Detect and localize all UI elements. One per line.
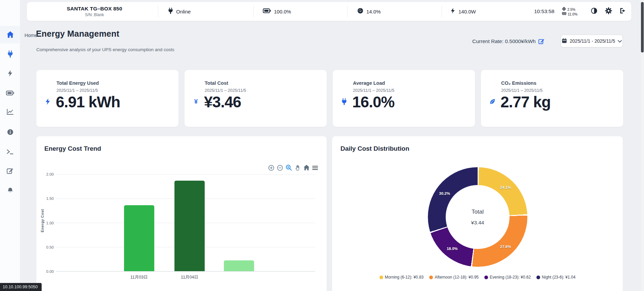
clock: 10:53:58: [534, 8, 554, 14]
x-tick-label: 11月04日: [169, 275, 210, 280]
date-range-picker[interactable]: 2025/11/1 - 2025/11/5: [561, 35, 623, 47]
reset-zoom-home-icon[interactable]: [304, 165, 310, 171]
daily-cost-distribution-card: Daily Cost Distribution 24.1%27.6%18.0%3…: [332, 136, 623, 291]
legend-item[interactable]: Evening (18-23): ¥0.62: [484, 275, 531, 280]
donut-chart: 24.1%27.6%18.0%30.2% Total ¥3.44: [428, 167, 527, 267]
legend-dot: [379, 276, 383, 279]
zoom-out-icon[interactable]: [277, 165, 283, 171]
terminal-icon: [7, 149, 13, 155]
stat-title: Average Load: [353, 80, 385, 86]
stat-value: ¥3.46: [204, 93, 241, 111]
legend-item[interactable]: Night (23-6): ¥1.04: [536, 275, 575, 280]
stat-title: Total Cost: [205, 80, 228, 86]
bell-icon: [7, 187, 13, 194]
bar-1[interactable]: [124, 205, 154, 271]
load-status: 14.0%: [357, 8, 381, 15]
sidebar-item-logs[interactable]: [0, 162, 20, 180]
cpu-usage: 2.5%: [562, 7, 575, 12]
zoom-in-icon[interactable]: [268, 165, 274, 171]
sidebar-item-battery[interactable]: [0, 84, 20, 102]
edit-rate-button[interactable]: [538, 38, 545, 44]
legend-item[interactable]: Morning (6-12): ¥0.83: [379, 275, 424, 280]
scrollbar-track[interactable]: [641, 0, 644, 291]
stat-card-co2-emissions: CO₂ Emissions 2025/11/1 – 2025/11/5 2.77…: [481, 70, 623, 127]
chart-menu-icon[interactable]: [312, 166, 318, 170]
y-tick-label: 0.00: [36, 269, 54, 274]
plug-status-icon: [168, 8, 173, 15]
legend-label: Afternoon (12-18): ¥0.95: [435, 275, 479, 280]
divider: [158, 5, 158, 17]
settings-button[interactable]: [605, 7, 612, 16]
sidebar-item-power[interactable]: [0, 65, 20, 82]
info-icon: [7, 129, 13, 135]
theme-toggle-button[interactable]: [591, 8, 597, 15]
load-value: 14.0%: [366, 9, 381, 14]
chart-title: Daily Cost Distribution: [340, 145, 409, 152]
legend-dot: [536, 276, 540, 279]
donut-legend: Morning (6-12): ¥0.83Afternoon (12-18): …: [332, 275, 623, 280]
online-label: Online: [176, 9, 191, 14]
power-status: 140.0W: [450, 8, 476, 15]
selection-zoom-icon[interactable]: [286, 165, 292, 171]
home-icon: [7, 31, 14, 38]
gauge-icon: [357, 8, 363, 15]
legend-dot: [484, 276, 488, 279]
stat-value: 16.0%: [352, 93, 394, 111]
edit-icon: [7, 168, 13, 174]
sidebar-item-home[interactable]: [0, 26, 20, 43]
stat-card-total-cost: ¥ Total Cost 2025/11/1 – 2025/11/5 ¥3.46: [185, 70, 327, 127]
sidebar: [0, 0, 20, 291]
plug-icon: [7, 50, 13, 58]
chart-title: Energy Cost Trend: [44, 145, 101, 152]
sidebar-item-analytics[interactable]: [0, 103, 20, 120]
donut-center-text: Total ¥3.44: [471, 209, 484, 226]
online-status: Online: [168, 8, 191, 15]
stat-card-total-energy: Total Energy Used 2025/11/1 – 2025/11/5 …: [36, 70, 178, 127]
logout-button[interactable]: [619, 8, 626, 15]
scrollbar-thumb[interactable]: [641, 2, 644, 52]
legend-item[interactable]: Afternoon (12-18): ¥0.95: [429, 275, 479, 280]
y-tick-label: 1.00: [36, 221, 54, 225]
donut-slice-label: 30.2%: [439, 191, 450, 195]
contrast-icon: [591, 8, 597, 15]
sidebar-item-alerts[interactable]: [0, 182, 20, 199]
stat-title: Total Energy Used: [56, 80, 99, 86]
stat-period: 2025/11/1 – 2025/11/5: [56, 88, 98, 93]
energy-cost-trend-card: Energy Cost Trend Energy Cost 2.001.501.…: [36, 136, 327, 291]
sidebar-item-info[interactable]: [0, 123, 20, 141]
x-tick-label: 11月03日: [119, 275, 159, 280]
donut-slice-label: 24.1%: [500, 185, 511, 189]
ram-usage: 11.0%: [562, 12, 577, 16]
page-title: Energy Management: [36, 29, 119, 39]
stat-period: 2025/11/1 – 2025/11/5: [501, 88, 542, 93]
leaf-icon: [488, 98, 496, 106]
stat-card-average-load: Average Load 2025/11/1 – 2025/11/5 16.0%: [333, 70, 475, 127]
y-tick-label: 1.50: [36, 196, 54, 201]
breadcrumb-home-link[interactable]: Home: [25, 33, 38, 38]
bar-2[interactable]: [174, 181, 205, 271]
legend-dot: [429, 276, 433, 279]
bar-3[interactable]: [224, 260, 254, 271]
bolt-stat-icon: [44, 98, 52, 106]
screen: SANTAK TG–BOX 850 S/N: Blank Online 100.…: [0, 0, 644, 291]
stat-value: 6.91 kWh: [56, 93, 120, 111]
stat-value: 2.77 kg: [500, 93, 551, 111]
battery-status: 100.0%: [263, 8, 291, 15]
calendar-icon: [562, 38, 567, 44]
current-rate-text: Current Rate: 0.5000¥/kWh: [472, 38, 536, 44]
ram-icon: [562, 12, 566, 16]
donut-slice-label: 18.0%: [447, 247, 458, 251]
ram-value: 11.0%: [568, 12, 577, 16]
sidebar-item-terminal[interactable]: [0, 143, 20, 160]
cpu-value: 2.5%: [567, 7, 575, 11]
status-bar-url: 10.10.100.99:5050: [0, 283, 42, 291]
pan-icon[interactable]: [295, 165, 301, 171]
device-serial: S/N: Blank: [85, 12, 104, 17]
legend-label: Night (23-6): ¥1.04: [542, 275, 575, 280]
time-value: 10:53:58: [534, 8, 554, 14]
donut-total-value: ¥3.44: [471, 220, 484, 226]
stat-title: CO₂ Emissions: [501, 80, 536, 86]
battery-status-icon: [263, 8, 271, 15]
sidebar-item-energy[interactable]: [0, 45, 20, 63]
donut-total-label: Total: [471, 209, 484, 215]
